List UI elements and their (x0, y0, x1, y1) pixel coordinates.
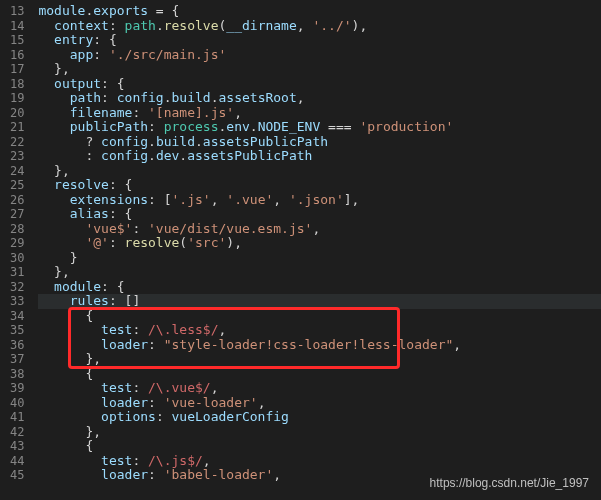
line-number: 19 (10, 91, 24, 106)
code-line[interactable]: options: vueLoaderConfig (38, 410, 601, 425)
line-number: 32 (10, 280, 24, 295)
line-numbers-gutter: 1314151617181920212223242526272829303132… (0, 0, 38, 500)
code-line[interactable]: path: config.build.assetsRoot, (38, 91, 601, 106)
line-number: 25 (10, 178, 24, 193)
code-line[interactable]: loader: "style-loader!css-loader!less-lo… (38, 338, 601, 353)
code-line[interactable]: test: /\.less$/, (38, 323, 601, 338)
code-line[interactable]: publicPath: process.env.NODE_ENV === 'pr… (38, 120, 601, 135)
line-number: 44 (10, 454, 24, 469)
code-line[interactable]: }, (38, 425, 601, 440)
line-number: 43 (10, 439, 24, 454)
code-line[interactable]: { (38, 309, 601, 324)
watermark: https://blog.csdn.net/Jie_1997 (430, 476, 589, 490)
code-line[interactable]: { (38, 439, 601, 454)
line-number: 18 (10, 77, 24, 92)
line-number: 20 (10, 106, 24, 121)
line-number: 38 (10, 367, 24, 382)
line-number: 28 (10, 222, 24, 237)
code-line[interactable]: : config.dev.assetsPublicPath (38, 149, 601, 164)
code-line[interactable]: entry: { (38, 33, 601, 48)
line-number: 31 (10, 265, 24, 280)
line-number: 15 (10, 33, 24, 48)
code-line[interactable]: module.exports = { (38, 4, 601, 19)
code-editor[interactable]: 1314151617181920212223242526272829303132… (0, 0, 601, 500)
code-line[interactable]: alias: { (38, 207, 601, 222)
code-line[interactable]: output: { (38, 77, 601, 92)
code-line[interactable]: rules: [] (38, 294, 601, 309)
code-line[interactable]: } (38, 251, 601, 266)
line-number: 24 (10, 164, 24, 179)
line-number: 30 (10, 251, 24, 266)
line-number: 40 (10, 396, 24, 411)
code-line[interactable]: resolve: { (38, 178, 601, 193)
line-number: 39 (10, 381, 24, 396)
line-number: 36 (10, 338, 24, 353)
code-line[interactable]: filename: '[name].js', (38, 106, 601, 121)
code-line[interactable]: }, (38, 164, 601, 179)
code-line[interactable]: }, (38, 265, 601, 280)
code-line[interactable]: 'vue$': 'vue/dist/vue.esm.js', (38, 222, 601, 237)
line-number: 34 (10, 309, 24, 324)
code-line[interactable]: extensions: ['.js', '.vue', '.json'], (38, 193, 601, 208)
line-number: 16 (10, 48, 24, 63)
line-number: 35 (10, 323, 24, 338)
code-area[interactable]: module.exports = { context: path.resolve… (38, 0, 601, 500)
line-number: 22 (10, 135, 24, 150)
line-number: 26 (10, 193, 24, 208)
code-line[interactable]: }, (38, 62, 601, 77)
line-number: 45 (10, 468, 24, 483)
code-line[interactable]: '@': resolve('src'), (38, 236, 601, 251)
line-number: 37 (10, 352, 24, 367)
code-line[interactable]: test: /\.vue$/, (38, 381, 601, 396)
line-number: 17 (10, 62, 24, 77)
code-line[interactable]: loader: 'vue-loader', (38, 396, 601, 411)
line-number: 27 (10, 207, 24, 222)
line-number: 29 (10, 236, 24, 251)
code-line[interactable]: app: './src/main.js' (38, 48, 601, 63)
line-number: 23 (10, 149, 24, 164)
line-number: 42 (10, 425, 24, 440)
code-line[interactable]: module: { (38, 280, 601, 295)
line-number: 33 (10, 294, 24, 309)
line-number: 41 (10, 410, 24, 425)
code-line[interactable]: test: /\.js$/, (38, 454, 601, 469)
line-number: 14 (10, 19, 24, 34)
line-number: 13 (10, 4, 24, 19)
code-line[interactable]: }, (38, 352, 601, 367)
line-number: 21 (10, 120, 24, 135)
code-line[interactable]: context: path.resolve(__dirname, '../'), (38, 19, 601, 34)
code-line[interactable]: ? config.build.assetsPublicPath (38, 135, 601, 150)
code-line[interactable]: { (38, 367, 601, 382)
